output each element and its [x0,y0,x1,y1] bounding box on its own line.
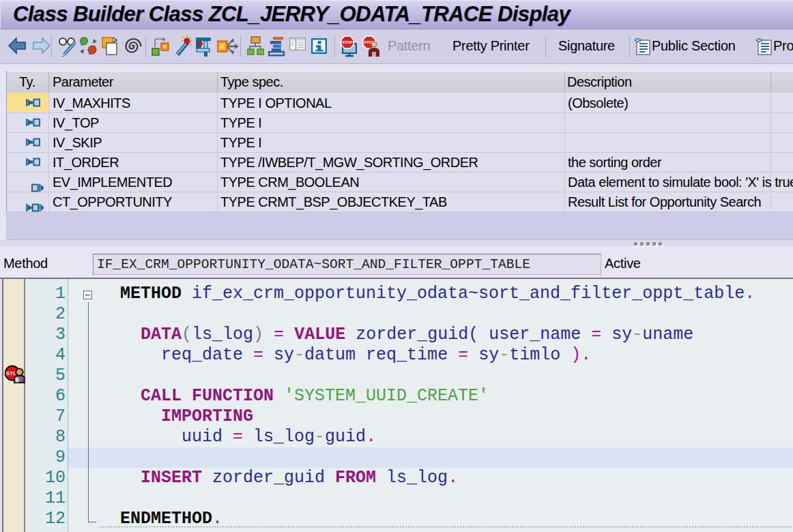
svg-text:STOP: STOP [342,40,352,44]
